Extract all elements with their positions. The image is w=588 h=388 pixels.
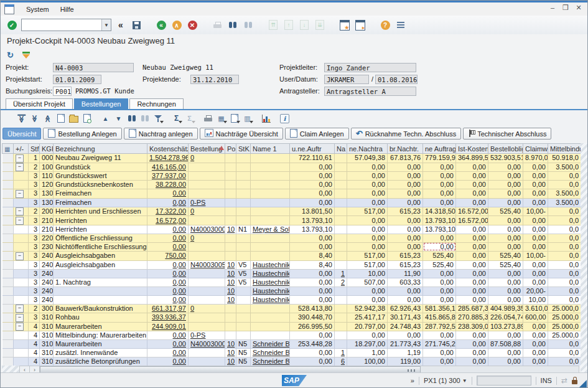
collapse-node-button[interactable]: −: [16, 305, 24, 313]
tab--bersicht-projekt[interactable]: Übersicht Projekt: [6, 98, 73, 109]
details-icon[interactable]: [55, 113, 67, 124]
column-header-na[interactable]: Na: [335, 144, 347, 154]
close-window-icon[interactable]: ✕: [575, 4, 582, 12]
first-page-icon[interactable]: ⇈: [267, 19, 279, 31]
cell-link[interactable]: 661.317,97: [152, 305, 186, 312]
cell-link[interactable]: 0,00: [173, 234, 186, 242]
nachträge-übersicht-button[interactable]: Nachträge Übersicht: [200, 128, 283, 140]
cell-link[interactable]: 16.572,00: [156, 217, 186, 224]
command-field[interactable]: ▼: [21, 19, 111, 31]
cell-link[interactable]: 0,00: [173, 189, 186, 197]
row-select-cell[interactable]: [2, 304, 14, 313]
cell-link[interactable]: Haustechnik Meier: [253, 287, 290, 295]
cell-link[interactable]: 0: [190, 207, 194, 215]
cell-link[interactable]: 0: [190, 154, 194, 161]
cell-link[interactable]: 10: [227, 349, 235, 356]
search-display-icon[interactable]: [81, 113, 93, 124]
collapse-node-button[interactable]: −: [16, 323, 24, 331]
menu-system[interactable]: System: [21, 4, 55, 14]
cell-link[interactable]: 10: [227, 270, 235, 277]
graphic-icon[interactable]: [260, 113, 272, 124]
column-header-bez[interactable]: Bezeichnung: [54, 144, 147, 154]
column-header-best[interactable]: Bestellung: [189, 144, 225, 154]
row-select-cell[interactable]: [2, 242, 14, 251]
collapse-node-button[interactable]: −: [16, 314, 24, 322]
cell-link[interactable]: 393.936,37: [152, 313, 186, 321]
column-header-exp[interactable]: +/-: [14, 144, 29, 154]
cell-link[interactable]: 2: [341, 278, 345, 286]
rücknahme-techn-abschluss-button[interactable]: ↶Rücknahme Techn. Abschluss: [351, 128, 461, 140]
collapse-node-button[interactable]: −: [16, 252, 24, 260]
projektende-field[interactable]: 31.12.2010: [190, 75, 239, 84]
sort-ascending-icon[interactable]: ▲: [100, 113, 111, 124]
cell-link[interactable]: 0,00: [173, 243, 186, 250]
cell-link[interactable]: Haustechnik Meier: [253, 296, 290, 303]
help-icon[interactable]: ?: [379, 19, 391, 31]
maximize-window-icon[interactable]: ❒: [562, 4, 569, 12]
system-session-field[interactable]: PX1 (1) 300▼: [424, 377, 467, 384]
row-select-cell[interactable]: [2, 154, 14, 163]
row-select-cell[interactable]: [2, 313, 14, 323]
cell-link[interactable]: 0,00: [173, 261, 186, 268]
menu-hilfe[interactable]: Hilfe: [55, 4, 80, 14]
prev-page-icon[interactable]: ↑: [282, 19, 295, 31]
column-header-obligo[interactable]: Bestellobligo: [488, 144, 523, 154]
info-icon[interactable]: i: [279, 113, 291, 124]
cell-link[interactable]: 10: [227, 225, 235, 233]
status-overflow-chevron[interactable]: »: [411, 377, 414, 384]
column-header-brn[interactable]: br.Nachtr.: [388, 144, 423, 154]
cell-link[interactable]: 1: [341, 270, 345, 277]
row-select-cell[interactable]: [2, 225, 14, 234]
minimize-window-icon[interactable]: –: [549, 4, 556, 12]
technischer-abschluss-button[interactable]: Technischer Abschluss: [463, 128, 551, 140]
collapse-node-button[interactable]: −: [16, 163, 24, 171]
row-select-cell[interactable]: [2, 340, 14, 349]
column-header-kgr[interactable]: KGR: [40, 144, 54, 154]
column-header-ist[interactable]: Ist-Kosten: [456, 144, 488, 154]
cell-link[interactable]: N400030002: [190, 340, 225, 348]
projektstart-field[interactable]: 01.01.2009: [53, 75, 101, 84]
row-select-cell[interactable]: [2, 163, 14, 172]
cell-link[interactable]: 416.165,00: [152, 163, 186, 171]
collapse-node-button[interactable]: −: [16, 190, 24, 198]
cell-link[interactable]: 0,00: [173, 270, 186, 277]
find-icon[interactable]: [126, 113, 138, 124]
cell-link[interactable]: 38.228,00: [156, 181, 186, 188]
row-select-cell[interactable]: [2, 189, 14, 199]
cell-link[interactable]: 17.322,00: [156, 207, 186, 215]
cell-link[interactable]: 10: [227, 296, 235, 303]
cell-link[interactable]: 10: [227, 278, 235, 286]
cell-link[interactable]: 750,00: [165, 252, 186, 259]
cell-link[interactable]: 0,00: [173, 349, 186, 356]
cell-link[interactable]: 10: [227, 287, 235, 295]
collapse-icon[interactable]: ≫: [42, 113, 54, 124]
cell-link[interactable]: 0,00: [173, 225, 186, 233]
collapse-all-icon[interactable]: ≫: [16, 113, 27, 124]
row-select-cell[interactable]: [2, 216, 14, 225]
export-icon[interactable]: [228, 113, 240, 124]
row-select-cell[interactable]: [2, 251, 14, 260]
cell-link[interactable]: 0: [190, 234, 194, 242]
cell-link[interactable]: 6: [341, 357, 345, 365]
row-select-cell[interactable]: [2, 322, 14, 331]
selected-cell[interactable]: 0,00: [423, 242, 456, 251]
column-header-mittel[interactable]: Mittelbindu: [548, 144, 581, 154]
cell-link[interactable]: N400030001: [190, 225, 225, 233]
sum-icon[interactable]: Σ: [170, 113, 182, 124]
print-icon[interactable]: [211, 19, 223, 31]
collapse-node-button[interactable]: −: [16, 207, 24, 215]
selection-screen-icon[interactable]: [22, 52, 30, 59]
resize-grip[interactable]: [579, 380, 587, 388]
cell-link[interactable]: 0: [190, 305, 194, 312]
cell-link[interactable]: Haustechnik Meier: [253, 278, 290, 286]
projekt-field[interactable]: N4-0003: [53, 63, 134, 72]
last-page-icon[interactable]: ⇊: [314, 19, 326, 31]
exit-icon[interactable]: ∧: [170, 19, 183, 31]
refresh-icon[interactable]: ↻: [7, 50, 14, 60]
new-session-icon[interactable]: ★: [338, 19, 351, 31]
row-select-cell[interactable]: [2, 286, 14, 295]
datum-field[interactable]: 01.08.2016: [375, 75, 418, 84]
cell-link[interactable]: 10: [227, 261, 235, 268]
buchungskreis-field[interactable]: P001: [53, 87, 72, 96]
cell-link[interactable]: 377.937,00: [152, 172, 186, 179]
